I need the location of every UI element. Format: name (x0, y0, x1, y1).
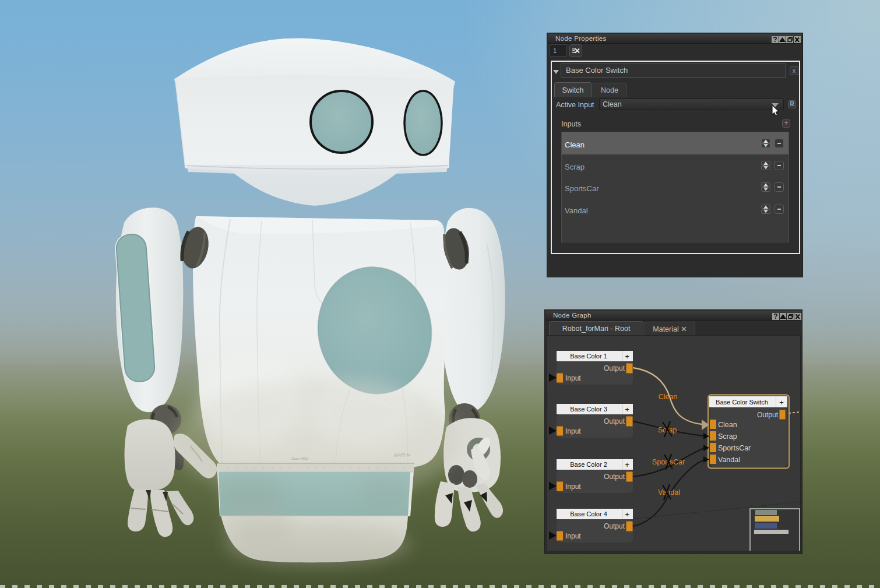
svg-text:Output: Output (604, 417, 625, 425)
svg-text:Base Color 2: Base Color 2 (570, 461, 607, 468)
svg-text:Input: Input (565, 532, 581, 540)
svg-text:Base Color Switch: Base Color Switch (716, 399, 768, 406)
svg-text:Clean: Clean (659, 393, 678, 401)
svg-text:?: ? (773, 313, 777, 320)
svg-text:Clean: Clean (718, 421, 737, 429)
svg-text:Vandal: Vandal (718, 456, 740, 464)
svg-text:?: ? (773, 36, 777, 43)
svg-text:Input: Input (565, 483, 581, 491)
svg-text:Scrap: Scrap (718, 432, 737, 441)
svg-text:+: + (625, 352, 629, 361)
svg-text:Output: Output (604, 473, 625, 481)
svg-text:Base Color 3: Base Color 3 (570, 406, 607, 413)
svg-text:Input: Input (565, 427, 581, 435)
svg-text:Input: Input (565, 374, 581, 382)
svg-text:+: + (779, 398, 784, 407)
svg-text:+: + (625, 460, 629, 469)
svg-text:Base Color 1: Base Color 1 (570, 353, 607, 360)
svg-text:+: + (625, 510, 629, 519)
svg-text:Output: Output (604, 522, 625, 530)
svg-text:Output: Output (604, 364, 625, 372)
svg-text:Base Color 4: Base Color 4 (570, 510, 607, 517)
svg-text:Output: Output (757, 411, 779, 419)
svg-text:+: + (625, 405, 629, 414)
svg-text:SportsCar: SportsCar (718, 444, 751, 452)
